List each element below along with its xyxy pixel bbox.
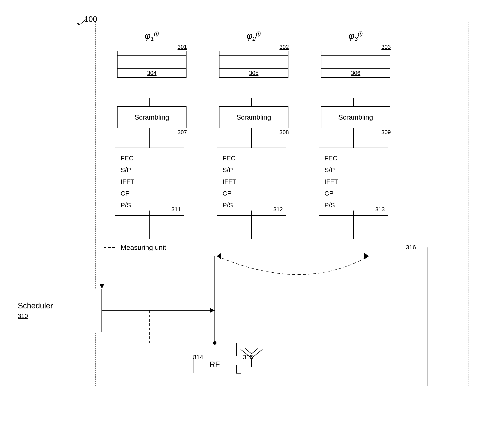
queue-bottom-305: 305 [219, 69, 288, 77]
cp-line-1: CP [121, 187, 179, 199]
label-100-arrow [69, 13, 95, 26]
scrambling-block-1: Scrambling 307 [115, 106, 189, 136]
scrambling-block-3: Scrambling 309 [319, 106, 393, 136]
measuring-unit-ref-316: 316 [406, 244, 416, 251]
phi-3-label: φ3(i) [349, 30, 363, 42]
fec-block-1: FEC S/P IFFT CP P/S 311 [115, 147, 189, 216]
queue-ref-303: 303 [381, 44, 393, 50]
fec-line-2: FEC [223, 152, 281, 164]
scheduler-ref-310: 310 [18, 313, 95, 320]
phi-1-label: φ1(i) [145, 30, 159, 42]
fec-box-3: FEC S/P IFFT CP P/S 313 [319, 147, 388, 216]
cp-line-2: CP [223, 187, 281, 199]
scheduler-label: Scheduler [18, 301, 95, 310]
ps-line-3: P/S [324, 199, 383, 211]
scrambling-box-1: Scrambling [117, 106, 187, 128]
fec-line-1: FEC [121, 152, 179, 164]
ifft-line-3: IFFT [324, 176, 383, 187]
queue-ref-301: 301 [178, 44, 189, 50]
queue-ref-302: 302 [279, 44, 291, 50]
fec-box-1: FEC S/P IFFT CP P/S 311 [115, 147, 184, 216]
queue-block-2: φ2(i) 302 305 [217, 30, 291, 78]
ifft-line-1: IFFT [121, 176, 179, 187]
svg-line-4 [252, 348, 258, 354]
svg-line-3 [245, 348, 252, 354]
queue-bottom-306: 306 [321, 69, 390, 77]
cp-line-3: CP [324, 187, 383, 199]
ifft-line-2: IFFT [223, 176, 281, 187]
sp-line-1: S/P [121, 164, 179, 176]
queue-visual-1: 304 [117, 51, 187, 78]
sp-line-2: S/P [223, 164, 281, 176]
scrambling-box-2: Scrambling [219, 106, 288, 128]
measuring-unit-box: Measuring unit 316 [115, 239, 427, 256]
queue-bottom-304: 304 [117, 69, 186, 77]
sp-line-3: S/P [324, 164, 383, 176]
fec-ref-313: 313 [375, 206, 385, 213]
scrambling-ref-307: 307 [178, 129, 189, 136]
fec-ref-311: 311 [171, 206, 181, 213]
queue-block-1: φ1(i) 301 304 [115, 30, 189, 78]
scrambling-ref-309: 309 [381, 129, 393, 136]
antenna-symbol [236, 345, 267, 371]
measuring-unit-label: Measuring unit [121, 244, 166, 252]
fec-line-3: FEC [324, 152, 383, 164]
queue-visual-3: 306 [321, 51, 390, 78]
fec-ref-312: 312 [273, 206, 283, 213]
ps-line-1: P/S [121, 199, 179, 211]
scrambling-block-2: Scrambling 308 [217, 106, 291, 136]
rf-label: RF [209, 360, 220, 369]
svg-line-2 [252, 350, 262, 358]
queue-visual-2: 305 [219, 51, 288, 78]
rf-ref-314: 314 [193, 354, 203, 361]
ps-line-2: P/S [223, 199, 281, 211]
svg-line-1 [241, 350, 252, 358]
phi-2-label: φ2(i) [247, 30, 261, 42]
scrambling-box-3: Scrambling [321, 106, 390, 128]
scheduler-box: Scheduler 310 [11, 289, 102, 332]
queue-block-3: φ3(i) 303 306 [319, 30, 393, 78]
fec-block-3: FEC S/P IFFT CP P/S 313 [319, 147, 393, 216]
fec-box-2: FEC S/P IFFT CP P/S 312 [217, 147, 286, 216]
scrambling-ref-308: 308 [279, 129, 291, 136]
fec-block-2: FEC S/P IFFT CP P/S 312 [217, 147, 291, 216]
